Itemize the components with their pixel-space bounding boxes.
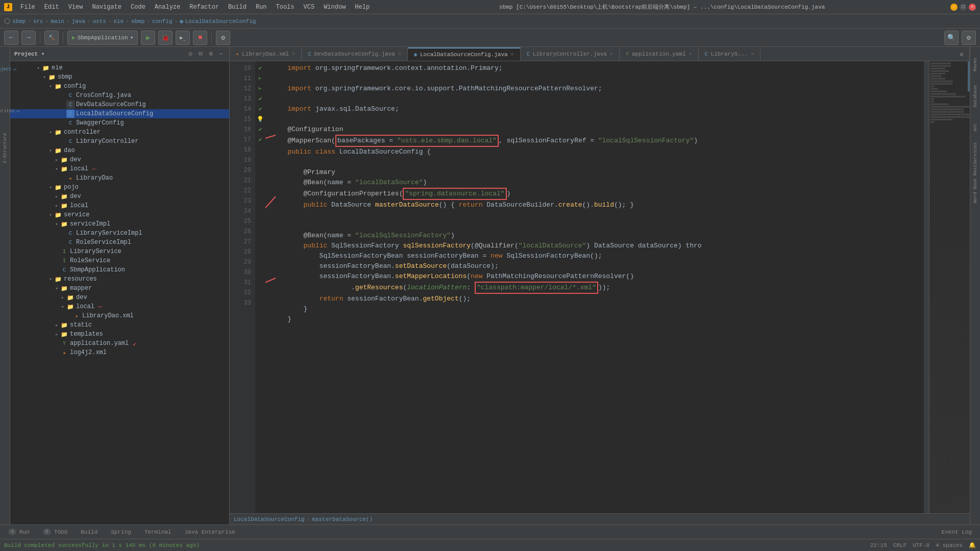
restservices-panel-tab[interactable]: RestServices [971,144,979,174]
tree-item-librarydao-xml[interactable]: ✦ LibraryDao.xml [10,311,229,320]
ant-panel-tab[interactable]: Ant [971,112,979,143]
wordbook-panel-tab[interactable]: Word Book [971,176,979,206]
debug-button[interactable]: 🐞 [158,31,173,45]
tab-librarydao-xml[interactable]: ✦ LibraryDao.xml × [230,47,302,61]
close-tab-ls[interactable]: × [751,52,754,57]
close-tab-librarydao[interactable]: × [292,52,295,57]
bc-main[interactable]: main [51,18,64,24]
tree-item-static[interactable]: ▸ 📁 static [10,320,229,330]
menu-build[interactable]: Build [224,3,251,12]
run-config-dropdown[interactable]: ▾ [130,34,134,41]
tab-application-yaml[interactable]: Y application.yaml × [620,47,699,61]
terminal-tab[interactable]: Terminal [138,526,178,538]
minimize-button[interactable]: — [950,4,958,11]
tree-item-dao-local[interactable]: ▾ 📁 local ← [10,164,229,173]
tree-item-pojo-local[interactable]: ▸ 📁 local [10,201,229,210]
tree-item-dao[interactable]: ▾ 📁 dao [10,146,229,155]
tab-librarys[interactable]: C LibraryS... × [699,47,761,61]
tree-item-config[interactable]: ▾ 📁 config [10,82,229,91]
close-tab-local[interactable]: × [511,52,514,58]
run-tab[interactable]: 4 Run [2,526,36,538]
close-tab-dev[interactable]: × [398,52,401,57]
tab-devdatasource[interactable]: C DevDataSourceConfig.java × [302,47,407,61]
tree-item-mapper-dev[interactable]: ▸ 📁 dev [10,293,229,302]
menu-run[interactable]: Run [252,3,271,12]
locate-icon[interactable]: ◎ [186,50,194,58]
collapse-all-icon[interactable]: ⊟ [197,50,205,58]
scrollbar[interactable] [924,61,929,513]
tree-item-roleservice[interactable]: I RoleService [10,256,229,265]
cursor-position[interactable]: 22:15 [870,542,887,548]
settings-button[interactable]: ⚙ [216,31,230,45]
tree-item-sbmpapp[interactable]: C SbmpApplication [10,265,229,274]
favorites-tab[interactable]: 2 Favorites [0,107,26,115]
menu-help[interactable]: Help [351,3,374,12]
menu-view[interactable]: View [64,3,87,12]
tree-item-roleserviceimpl[interactable]: C RoleServiceImpl [10,238,229,247]
bc-classname[interactable]: LocalDataSourceConfig [185,18,256,24]
search-button[interactable]: 🔍 [944,31,959,45]
line-ending[interactable]: CRLF [893,542,906,548]
tree-item-pojo[interactable]: ▾ 📁 pojo [10,183,229,192]
run-button[interactable]: ▶ [141,31,155,45]
tree-item-librarydao[interactable]: ✦ LibraryDao [10,173,229,183]
tree-item-controller[interactable]: ▾ 📁 controller [10,128,229,137]
bc-eie[interactable]: eie [113,18,124,24]
code-editor[interactable]: import org.springframework.context.annot… [265,61,924,513]
bc-usts[interactable]: usts [92,18,106,24]
close-tab-ctrl[interactable]: × [610,52,613,57]
build-button[interactable]: 🔨 [44,31,59,45]
build-tab[interactable]: Build [75,526,104,538]
tree-item-crosconfig[interactable]: C CrosConfig.java [10,91,229,100]
menu-window[interactable]: Window [320,3,350,12]
settings-icon[interactable]: ⚙ [207,50,215,58]
tree-item-templates[interactable]: ▸ 📁 templates [10,330,229,339]
tab-librarycontroller[interactable]: C LibraryController.java × [521,47,620,61]
bc-src[interactable]: src [33,18,43,24]
minimize-panel-icon[interactable]: — [217,50,225,58]
menu-code[interactable]: Code [127,3,150,12]
menu-analyze[interactable]: Analyze [151,3,184,12]
close-tab-yaml[interactable]: × [689,52,692,57]
project-panel-tab[interactable]: 1 Project [0,65,26,73]
tree-item-devdatasource[interactable]: C DevDataSourceConfig [10,100,229,109]
back-button[interactable]: ← [4,31,18,45]
editor-nav-method[interactable]: masterDataSource() [312,516,373,522]
tree-item-localdatasource[interactable]: C LocalDataSourceConfig [10,109,229,118]
tree-item-librarycontroller[interactable]: C LibraryController [10,137,229,146]
bc-sbmp[interactable]: sbmp [12,18,26,24]
encoding[interactable]: UTF-8 [913,542,929,548]
tree-item-eie[interactable]: ▾ 📁 eie [10,63,229,72]
bc-sbmp2[interactable]: sbmp [131,18,144,24]
tree-item-serviceimpl[interactable]: ▾ 📁 serviceImpl [10,219,229,229]
stop-button[interactable]: ■ [193,31,207,45]
menu-vcs[interactable]: VCS [300,3,319,12]
todo-tab[interactable]: 6 TODO [37,526,74,538]
java-enterprise-tab[interactable]: Java Enterprise [179,526,241,538]
menu-navigate[interactable]: Navigate [88,3,126,12]
tree-item-mapper[interactable]: ▾ 📁 mapper [10,284,229,293]
tree-item-swagger[interactable]: C SwaggerConfig [10,118,229,128]
tree-item-mapper-local[interactable]: ▾ 📁 local ← [10,302,229,311]
tree-item-log4j2[interactable]: ✦ log4j2.xml [10,348,229,357]
tab-localdatasource[interactable]: ◉ LocalDataSourceConfig.java × [408,47,521,61]
gear-button[interactable]: ⚙ [962,31,976,45]
database-panel-tab[interactable]: Database [971,81,979,111]
structure-tab[interactable]: Z-Structure [1,133,9,163]
run-configuration[interactable]: ▶ SbmpApplication ▾ [67,31,138,45]
tree-item-sbmp[interactable]: ▾ 📁 sbmp [10,72,229,82]
forward-button[interactable]: → [21,31,36,45]
spring-tab[interactable]: Spring [105,526,137,538]
tree-item-resources[interactable]: ▾ 📁 resources [10,274,229,284]
coverage-button[interactable]: ▶̲ [176,31,190,45]
menu-tools[interactable]: Tools [272,3,299,12]
bc-config[interactable]: config [152,18,173,24]
tree-item-libraryservice[interactable]: I LibraryService [10,247,229,256]
tab-options-button[interactable]: ⚙ [953,47,970,61]
tree-item-libraryserviceimpl[interactable]: C LibraryServiceImpl [10,229,229,238]
maven-panel-tab[interactable]: Maven [971,49,979,80]
notifications-icon[interactable]: 🔔 [969,542,976,548]
menu-file[interactable]: File [16,3,39,12]
bc-java[interactable]: java [71,18,85,24]
indent[interactable]: 4 spaces [936,542,963,548]
